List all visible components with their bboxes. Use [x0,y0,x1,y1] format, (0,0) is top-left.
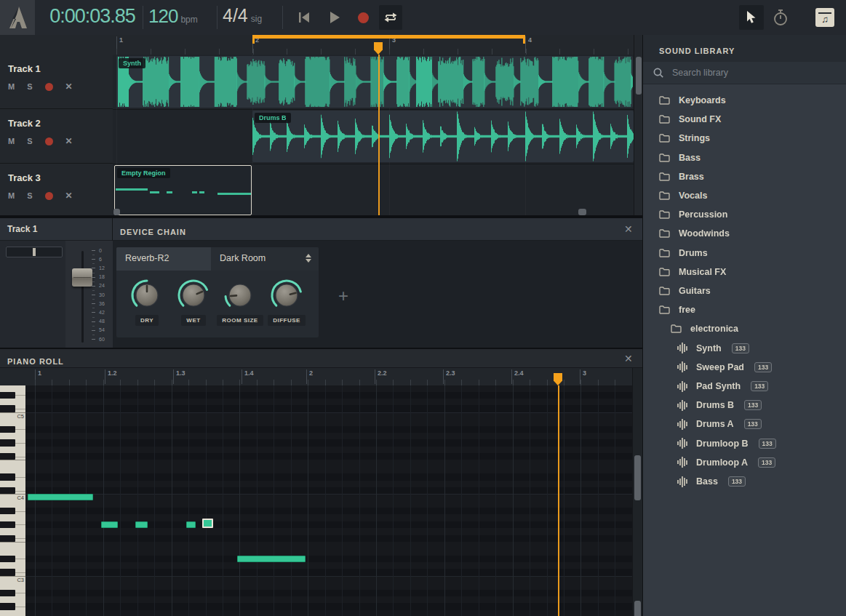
pan-slider[interactable] [6,247,63,257]
black-key[interactable] [0,521,15,528]
arm-record-button[interactable] [45,137,53,145]
track-header[interactable]: Track 2MS✕ [0,109,113,164]
solo-button[interactable]: S [27,191,32,200]
arm-record-button[interactable] [45,83,53,91]
piano-keyboard[interactable]: C5C4C3 [0,385,25,616]
midi-note[interactable] [202,519,213,528]
library-folder-drums[interactable]: Drums [659,246,708,260]
piano-roll-vscroll-handle[interactable] [634,455,641,500]
mute-button[interactable]: M [8,82,15,91]
loop-end-cap[interactable] [523,35,525,44]
midi-note[interactable] [186,521,196,528]
knob-dry[interactable]: DRY [124,278,170,326]
black-key[interactable] [0,535,15,542]
play-button[interactable] [322,5,347,30]
arm-record-button[interactable] [45,192,53,200]
library-sample-drums-a[interactable]: Drums A133 [677,417,762,431]
track-header[interactable]: Track 3MS✕ [0,164,113,218]
black-key[interactable] [0,487,15,494]
midi-note[interactable] [101,521,118,528]
knob-wet[interactable]: WET [170,278,217,326]
black-key[interactable] [0,590,15,596]
device-chain-close-icon[interactable]: ✕ [624,224,633,234]
loop-region-bar[interactable] [252,35,525,39]
library-folder-musical-fx[interactable]: Musical FX [659,265,726,279]
loop-button[interactable] [379,5,402,30]
piano-roll-close-icon[interactable]: ✕ [624,353,633,364]
library-sample-bass[interactable]: Bass133 [677,474,746,489]
black-key[interactable] [0,556,15,562]
time-signature-display[interactable]: 4/4sig [223,5,262,26]
piano-roll-vscroll-stub[interactable] [634,601,641,616]
knob-dial[interactable] [176,278,211,313]
piano-playhead-line[interactable] [558,385,559,616]
black-key[interactable] [0,405,15,412]
arrange-horizontal-scrollbar[interactable] [113,208,634,215]
piano-roll-grid[interactable] [25,385,632,616]
library-folder-sound-fx[interactable]: Sound FX [659,112,721,127]
library-sample-synth[interactable]: Synth133 [677,341,749,356]
skip-back-button[interactable] [292,5,316,30]
add-device-button[interactable]: + [338,286,348,306]
black-key[interactable] [0,473,15,480]
black-key[interactable] [0,453,15,460]
app-logo-icon[interactable] [0,0,35,35]
knob-dial[interactable] [269,278,304,313]
library-folder-woodwinds[interactable]: Woodwinds [659,226,730,241]
mute-button[interactable]: M [8,191,15,200]
library-sample-pad-synth[interactable]: Pad Synth133 [677,379,768,393]
track-header[interactable]: Track 1MS✕ [0,55,113,109]
arrange-hscroll-handle-left[interactable] [113,209,120,215]
metronome-button[interactable] [768,5,793,30]
arrange-hscroll-handle[interactable] [578,209,586,215]
knob-diffuse[interactable]: DIFFUSE [263,278,310,326]
knob-dial[interactable] [129,278,164,313]
library-folder-guitars[interactable]: Guitars [659,284,711,298]
arrange-playhead-flag[interactable] [374,42,383,55]
time-display[interactable]: 0:00:03.85 [45,5,140,28]
library-folder-electronica[interactable]: electronica [671,321,738,336]
bpm-display[interactable]: 120bpm [148,5,198,28]
midi-note[interactable] [135,521,148,528]
clip-synth[interactable]: Synth [116,56,633,108]
library-sample-sweep-pad[interactable]: Sweep Pad133 [677,360,772,375]
device-name[interactable]: Reverb-R2 [116,247,211,271]
black-key[interactable] [0,569,15,575]
piano-roll-vertical-scrollbar[interactable] [632,368,643,616]
library-folder-bass[interactable]: Bass [659,151,701,165]
black-key[interactable] [0,603,15,609]
pan-slider-handle[interactable] [33,248,36,256]
library-sample-drums-b[interactable]: Drums B133 [677,398,762,412]
device-preset-select[interactable]: Dark Room [211,247,319,271]
library-folder-brass[interactable]: Brass [659,169,704,184]
library-folder-strings[interactable]: Strings [659,131,710,145]
arrange-ruler[interactable]: 1234 [113,35,634,55]
black-key[interactable] [0,508,15,514]
mute-button[interactable]: M [8,137,15,145]
library-search-field[interactable]: Search library [643,62,846,84]
knob-dial[interactable] [223,278,258,313]
black-key[interactable] [0,439,15,446]
record-button[interactable] [351,5,375,30]
delete-track-button[interactable]: ✕ [65,81,73,92]
arrange-vscroll-handle[interactable] [636,57,642,95]
black-key[interactable] [0,426,15,433]
sig-value[interactable]: 4/4 [223,5,248,25]
delete-track-button[interactable]: ✕ [65,136,73,146]
volume-fader-track[interactable] [81,251,84,343]
volume-fader-handle[interactable] [72,268,92,287]
library-folder-keyboards[interactable]: Keyboards [659,93,726,108]
solo-button[interactable]: S [27,82,32,91]
cursor-tool-button[interactable] [739,5,764,30]
sound-library-toggle-button[interactable]: ♫ [813,5,837,30]
arrange-area[interactable]: SynthDrums BEmpty Region [113,55,634,215]
loop-start-cap[interactable] [252,35,255,44]
midi-note[interactable] [28,494,93,500]
library-sample-drumloop-b[interactable]: Drumloop B133 [677,436,776,451]
bpm-value[interactable]: 120 [148,5,177,27]
library-folder-percussion[interactable]: Percussion [659,207,727,222]
midi-note[interactable] [237,556,306,562]
knob-room-size[interactable]: ROOM SIZE [217,278,263,326]
library-folder-free[interactable]: free [659,303,695,317]
delete-track-button[interactable]: ✕ [65,191,73,201]
